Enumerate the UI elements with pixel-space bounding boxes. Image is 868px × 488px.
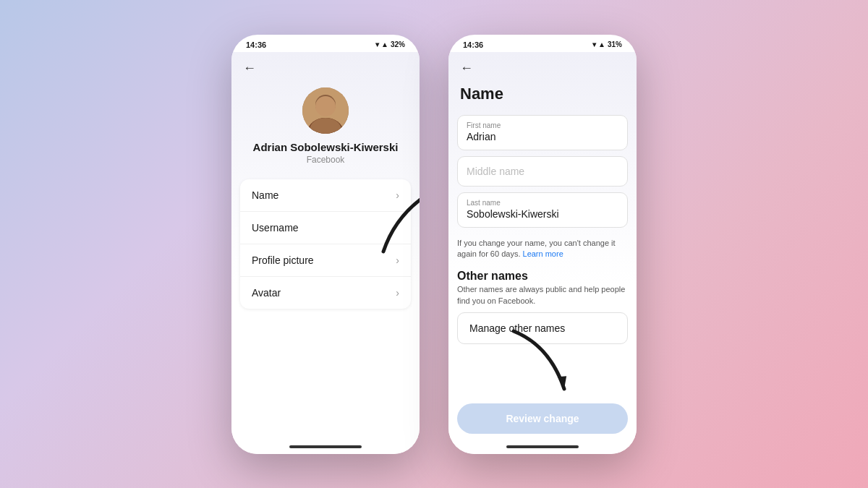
wifi-icon-2: ▾ (592, 40, 596, 48)
chevron-avatar: › (396, 287, 399, 299)
status-bar-1: 14:36 ▾ ▲ 32% (231, 35, 420, 52)
svg-point-2 (308, 118, 343, 134)
phone-2: 14:36 ▾ ▲ 31% ← Name First name Adrian M… (448, 35, 637, 454)
signal-icon-2: ▲ (598, 40, 605, 48)
learn-more-link[interactable]: Learn more (523, 249, 563, 258)
svg-point-4 (328, 100, 332, 104)
menu-item-avatar[interactable]: Avatar › (240, 277, 411, 309)
home-indicator-2 (448, 440, 637, 454)
profile-name: Adrian Sobolewski-Kiwerski (253, 141, 399, 153)
svg-point-1 (315, 95, 336, 115)
menu-item-username[interactable]: Username (240, 212, 411, 244)
time-1: 14:36 (246, 40, 266, 49)
home-bar-2 (506, 445, 579, 448)
status-bar-2: 14:36 ▾ ▲ 31% (448, 35, 637, 52)
middle-name-placeholder: Middle name (458, 157, 627, 186)
review-change-button[interactable]: Review change (457, 403, 628, 434)
menu-item-name[interactable]: Name › (240, 179, 411, 212)
last-name-label: Last name (467, 199, 618, 207)
avatar (302, 87, 349, 134)
middle-name-group[interactable]: Middle name (457, 156, 628, 187)
chevron-name: › (396, 189, 399, 201)
name-page: ← Name First name Adrian Middle name Las… (448, 52, 637, 440)
menu-item-username-label: Username (252, 222, 299, 234)
name-change-notice: If you change your name, you can't chang… (448, 234, 637, 260)
menu-item-avatar-label: Avatar (252, 287, 281, 299)
menu-card: Name › Username Profile picture › Avatar… (240, 179, 411, 309)
home-indicator-1 (231, 440, 420, 454)
other-names-title: Other names (448, 260, 637, 284)
profile-subtitle: Facebook (307, 155, 345, 165)
page-title: Name (448, 79, 637, 115)
chevron-profile-picture: › (396, 254, 399, 266)
menu-item-profile-picture-label: Profile picture (252, 254, 314, 266)
manage-other-names-button[interactable]: Manage other names (457, 312, 628, 344)
phone1-screen: ← Adrian Sobolewski-Kiwerski Facebook (231, 52, 420, 440)
review-btn-container: Review change (448, 398, 637, 440)
home-bar-1 (289, 445, 362, 448)
battery-2: 31% (608, 40, 622, 48)
phones-container: 14:36 ▾ ▲ 32% ← (231, 35, 637, 454)
first-name-field[interactable]: First name Adrian (458, 116, 627, 150)
back-button-1[interactable]: ← (231, 52, 420, 79)
first-name-label: First name (467, 121, 618, 129)
battery-1: 32% (391, 40, 405, 48)
status-icons-1: ▾ ▲ 32% (375, 40, 405, 48)
svg-rect-0 (302, 87, 349, 134)
last-name-field[interactable]: Last name Sobolewski-Kiwerski (458, 193, 627, 227)
back-button-2[interactable]: ← (448, 52, 637, 79)
profile-section: Adrian Sobolewski-Kiwerski Facebook (231, 79, 420, 179)
status-icons-2: ▾ ▲ 31% (592, 40, 622, 48)
menu-item-name-label: Name (252, 189, 278, 201)
menu-item-profile-picture[interactable]: Profile picture › (240, 244, 411, 277)
last-name-group[interactable]: Last name Sobolewski-Kiwerski (457, 192, 628, 228)
last-name-value: Sobolewski-Kiwerski (467, 208, 618, 224)
signal-icon: ▲ (381, 40, 388, 48)
other-names-desc: Other names are always public and help p… (448, 284, 637, 312)
svg-point-3 (319, 100, 323, 104)
phone-1: 14:36 ▾ ▲ 32% ← (231, 35, 420, 454)
first-name-group[interactable]: First name Adrian (457, 115, 628, 150)
first-name-value: Adrian (467, 131, 618, 147)
time-2: 14:36 (463, 40, 483, 49)
wifi-icon: ▾ (375, 40, 379, 48)
